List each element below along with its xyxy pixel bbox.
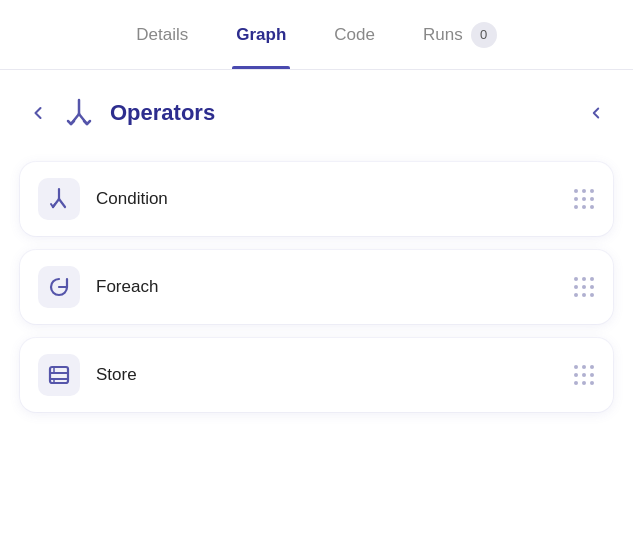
collapse-button[interactable] <box>587 104 605 122</box>
condition-icon-wrap <box>38 178 80 220</box>
condition-drag-handle[interactable] <box>574 189 595 210</box>
store-label: Store <box>96 365 558 385</box>
runs-badge: 0 <box>471 22 497 48</box>
store-icon <box>47 363 71 387</box>
operators-header-icon <box>60 94 98 132</box>
foreach-drag-handle[interactable] <box>574 277 595 298</box>
tab-bar: Details Graph Code Runs 0 <box>0 0 633 70</box>
store-icon-wrap <box>38 354 80 396</box>
tab-graph[interactable]: Graph <box>232 0 290 69</box>
header-row: Operators <box>0 70 633 152</box>
back-arrow-icon <box>28 103 48 123</box>
foreach-icon-wrap <box>38 266 80 308</box>
store-drag-handle[interactable] <box>574 365 595 386</box>
tab-details[interactable]: Details <box>132 0 192 69</box>
page-title: Operators <box>110 100 575 126</box>
operators-list: Condition Foreach <box>0 152 633 432</box>
split-arrow-icon <box>62 96 96 130</box>
svg-line-5 <box>59 199 65 207</box>
operator-store[interactable]: Store <box>20 338 613 412</box>
operator-condition[interactable]: Condition <box>20 162 613 236</box>
tab-code[interactable]: Code <box>330 0 379 69</box>
app-container: Details Graph Code Runs 0 <box>0 0 633 548</box>
foreach-label: Foreach <box>96 277 558 297</box>
svg-rect-6 <box>50 367 68 383</box>
operator-foreach[interactable]: Foreach <box>20 250 613 324</box>
condition-label: Condition <box>96 189 558 209</box>
tab-runs[interactable]: Runs 0 <box>419 0 501 69</box>
back-button[interactable] <box>28 103 48 123</box>
chevron-left-icon <box>587 104 605 122</box>
foreach-icon <box>47 275 71 299</box>
condition-icon <box>47 187 71 211</box>
